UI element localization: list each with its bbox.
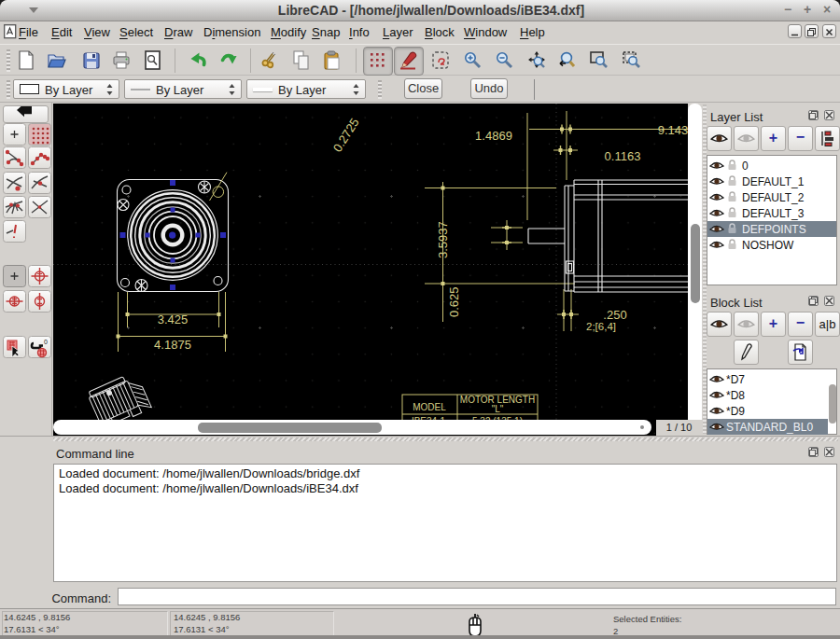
svg-text:.250: .250 bbox=[603, 308, 626, 322]
svg-text:0.1163: 0.1163 bbox=[605, 149, 641, 163]
svg-text:"L": "L" bbox=[492, 404, 504, 414]
svg-text:0.625: 0.625 bbox=[447, 286, 461, 317]
svg-text:MODEL: MODEL bbox=[413, 402, 446, 412]
svg-text:1.4869: 1.4869 bbox=[475, 129, 512, 143]
svg-text:4.1875: 4.1875 bbox=[154, 338, 191, 352]
svg-text:3.425: 3.425 bbox=[158, 313, 189, 326]
svg-text:2;[6,4]: 2;[6,4] bbox=[586, 321, 616, 332]
svg-text:3.5937: 3.5937 bbox=[436, 221, 450, 258]
svg-text:0: 0 bbox=[44, 339, 48, 345]
svg-text:9.143: 9.143 bbox=[658, 123, 688, 137]
svg-text:0.2725: 0.2725 bbox=[330, 116, 362, 155]
